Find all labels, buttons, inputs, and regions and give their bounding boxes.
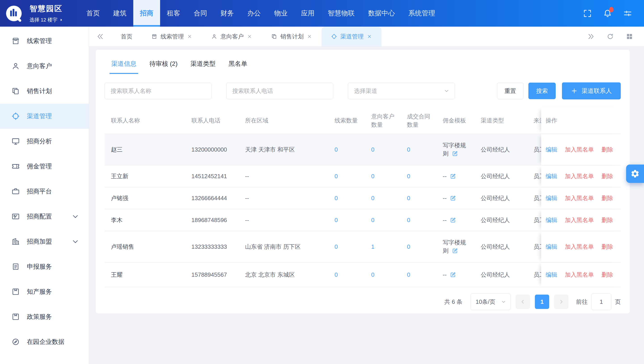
blacklist-action-link[interactable]: 加入黑名单 [565,271,594,279]
leads-count-link[interactable]: 0 [334,271,338,279]
nav-item-office[interactable]: 办公 [240,0,268,27]
tab-pending[interactable]: 待审核 (2) [149,60,178,74]
nav-item-apps[interactable]: 应用 [294,0,321,27]
contact-name-search-input[interactable] [105,83,212,99]
edit-action-link[interactable]: 编辑 [546,172,557,180]
nav-item-home[interactable]: 首页 [80,0,106,27]
sidebar-item-leads[interactable]: 线索管理 [0,29,89,54]
open-tab-leads[interactable]: 线索管理 [142,27,202,46]
edit-template-icon[interactable] [450,195,456,202]
close-icon[interactable] [187,34,192,39]
prev-page-button[interactable] [516,295,530,309]
delete-action-link[interactable]: 删除 [602,216,613,224]
close-icon[interactable] [307,34,312,39]
open-tab-channel-mgmt[interactable]: 渠道管理 [322,27,382,46]
intent-count-link[interactable]: 0 [371,271,374,279]
tabs-scroll-left[interactable] [89,27,111,46]
delete-action-link[interactable]: 删除 [602,145,613,154]
intent-count-link[interactable]: 0 [371,145,374,154]
settings-sliders-icon[interactable] [623,9,632,18]
edit-action-link[interactable]: 编辑 [546,271,557,279]
sidebar-item-park-enterprise-data[interactable]: 在园企业数据 [0,329,89,354]
open-tab-intent-customers[interactable]: 意向客户 [202,27,262,46]
edit-action-link[interactable]: 编辑 [546,145,557,154]
contact-phone-search-input[interactable] [226,83,333,99]
sidebar-item-franchise[interactable]: 招商加盟 [0,229,89,254]
fullscreen-icon[interactable] [583,9,592,18]
refresh-icon[interactable] [606,33,614,40]
deals-count-link[interactable]: 0 [407,194,410,202]
blacklist-action-link[interactable]: 加入黑名单 [565,194,594,202]
tab-channel-type[interactable]: 渠道类型 [190,60,216,74]
sidebar-item-sales-plan[interactable]: 销售计划 [0,79,89,104]
edit-template-icon[interactable] [450,217,456,223]
open-tab-home[interactable]: 首页 [111,27,142,46]
nav-item-contract[interactable]: 合同 [187,0,214,27]
edit-template-icon[interactable] [452,150,458,157]
goto-page-input[interactable] [591,293,611,310]
nav-item-tenant[interactable]: 租客 [160,0,187,27]
edit-action-link[interactable]: 编辑 [546,194,557,202]
intent-count-link[interactable]: 0 [371,172,374,180]
nav-item-investment[interactable]: 招商 [133,0,160,27]
delete-action-link[interactable]: 删除 [602,271,613,279]
intent-count-link[interactable]: 1 [371,243,374,251]
page-size-select[interactable]: 10条/页 [470,293,511,310]
edit-template-icon[interactable] [450,173,456,179]
building-selector[interactable]: 选择 12 楼宇 [30,17,63,23]
deals-count-link[interactable]: 0 [407,216,410,224]
sidebar-item-policy-service[interactable]: 政策服务 [0,304,89,329]
sidebar-item-channel-mgmt[interactable]: 渠道管理 [0,104,89,129]
sidebar-item-investment-analysis[interactable]: 招商分析 [0,129,89,154]
reset-button[interactable]: 重置 [497,83,524,99]
tab-channel-info[interactable]: 渠道信息 [111,60,136,74]
edit-template-icon[interactable] [450,271,456,278]
leads-count-link[interactable]: 0 [334,172,338,180]
deals-count-link[interactable]: 0 [407,145,410,154]
delete-action-link[interactable]: 删除 [602,243,613,251]
notifications-bell-icon[interactable] [603,9,612,18]
edit-action-link[interactable]: 编辑 [546,216,557,224]
leads-count-link[interactable]: 0 [334,145,338,154]
close-icon[interactable] [247,34,252,39]
deals-count-link[interactable]: 0 [407,243,410,251]
blacklist-action-link[interactable]: 加入黑名单 [565,216,594,224]
nav-item-property[interactable]: 物业 [268,0,294,27]
layout-grid-icon[interactable] [626,33,633,40]
search-button[interactable]: 搜索 [528,83,556,99]
close-icon[interactable] [367,34,372,39]
sidebar-item-declare-service[interactable]: 申报服务 [0,254,89,279]
blacklist-action-link[interactable]: 加入黑名单 [565,145,594,154]
sidebar-item-intent-customers[interactable]: 意向客户 [0,54,89,79]
current-page-button[interactable]: 1 [535,295,549,309]
sidebar-item-platform[interactable]: 招商平台 [0,179,89,204]
nav-item-building[interactable]: 建筑 [106,0,133,27]
leads-count-link[interactable]: 0 [334,194,338,202]
delete-action-link[interactable]: 删除 [602,172,613,180]
tabs-scroll-right-icon[interactable] [587,33,595,40]
edit-action-link[interactable]: 编辑 [546,243,557,251]
nav-item-system[interactable]: 系统管理 [402,0,442,27]
leads-count-link[interactable]: 0 [334,216,338,224]
sidebar-item-commission[interactable]: 佣金管理 [0,154,89,179]
sidebar-item-config[interactable]: 招商配置 [0,204,89,229]
blacklist-action-link[interactable]: 加入黑名单 [565,172,594,180]
blacklist-action-link[interactable]: 加入黑名单 [565,243,594,251]
leads-count-link[interactable]: 0 [334,243,338,251]
sidebar-item-ip-service[interactable]: 知产服务 [0,279,89,304]
edit-template-icon[interactable] [452,247,458,254]
deals-count-link[interactable]: 0 [407,271,410,279]
deals-count-link[interactable]: 0 [407,172,410,180]
tab-blacklist[interactable]: 黑名单 [228,60,247,74]
add-channel-contact-button[interactable]: 渠道联系人 [562,82,621,99]
delete-action-link[interactable]: 删除 [602,194,613,202]
nav-item-data-center[interactable]: 数据中心 [361,0,402,27]
table-settings-fab[interactable] [626,164,644,183]
channel-select[interactable]: 选择渠道 [348,83,455,99]
nav-item-finance[interactable]: 财务 [214,0,240,27]
nav-item-iot[interactable]: 智慧物联 [321,0,361,27]
intent-count-link[interactable]: 0 [371,194,374,202]
next-page-button[interactable] [554,295,568,309]
intent-count-link[interactable]: 0 [371,216,374,224]
open-tab-sales-plan[interactable]: 销售计划 [262,27,322,46]
